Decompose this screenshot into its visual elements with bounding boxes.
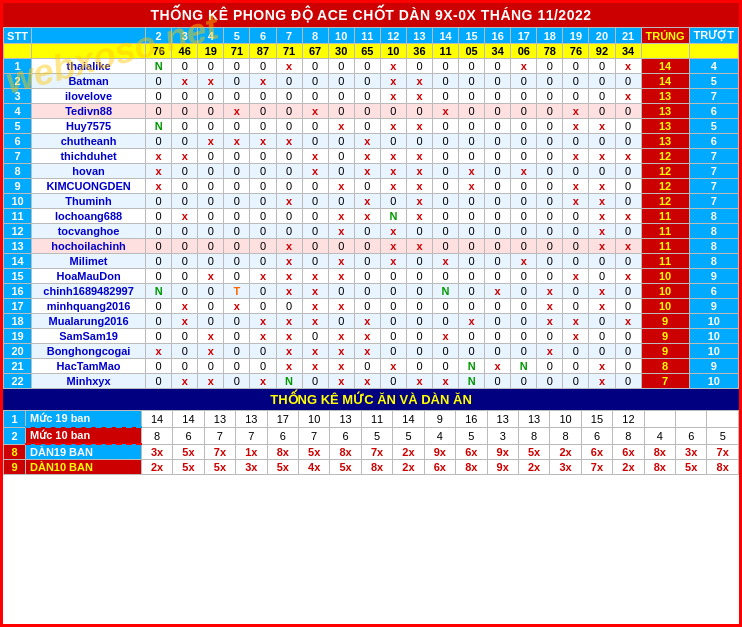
value-cell: 0 xyxy=(615,194,641,209)
stt-header: STT xyxy=(4,28,32,44)
sub-34: 34 xyxy=(485,44,511,59)
value-cell: 0 xyxy=(224,344,250,359)
value-cell: 0 xyxy=(432,74,458,89)
bottom-value-cell: 8 xyxy=(550,427,581,444)
stt-cell: 7 xyxy=(4,149,32,164)
truot-cell: 8 xyxy=(689,239,738,254)
value-cell: 0 xyxy=(172,119,198,134)
name-cell: Milimet xyxy=(32,254,146,269)
name-cell: Batman xyxy=(32,74,146,89)
value-cell: 0 xyxy=(224,329,250,344)
value-cell: 0 xyxy=(432,59,458,74)
value-cell: 0 xyxy=(432,359,458,374)
stt-cell: 4 xyxy=(4,104,32,119)
value-cell: 0 xyxy=(354,359,380,374)
value-cell: x xyxy=(354,194,380,209)
value-cell: x xyxy=(380,239,406,254)
bottom-value-cell: 11 xyxy=(361,411,392,428)
value-cell: 0 xyxy=(354,119,380,134)
value-cell: 0 xyxy=(146,254,172,269)
sub-empty1 xyxy=(641,44,689,59)
value-cell: 0 xyxy=(198,224,224,239)
value-cell: 0 xyxy=(146,194,172,209)
value-cell: 0 xyxy=(224,179,250,194)
col-18-header: 18 xyxy=(537,28,563,44)
name-cell: HoaMauDon xyxy=(32,269,146,284)
truot-cell: 9 xyxy=(689,269,738,284)
table-row: 22Minhxyx0xx0xN0xx0xxN0000x0710 xyxy=(4,374,739,389)
value-cell: 0 xyxy=(224,359,250,374)
trung-header: TRÚNG xyxy=(641,28,689,44)
value-cell: 0 xyxy=(302,329,328,344)
table-row: 9KIMCUONGDENx000000x0xx0x000xx0127 xyxy=(4,179,739,194)
value-cell: x xyxy=(589,374,615,389)
bottom-value-cell: 2x xyxy=(393,460,424,475)
bottom-stt-cell: 1 xyxy=(4,411,26,428)
value-cell: x xyxy=(589,194,615,209)
trung-cell: 11 xyxy=(641,254,689,269)
value-cell: 0 xyxy=(537,59,563,74)
name-cell: hochoilachinh xyxy=(32,239,146,254)
value-cell: x xyxy=(432,254,458,269)
value-cell: 0 xyxy=(459,269,485,284)
value-cell: 0 xyxy=(328,314,354,329)
value-cell: x xyxy=(276,134,302,149)
bottom-empty-cell xyxy=(676,411,707,428)
bottom-value-cell: 9x xyxy=(487,444,518,460)
value-cell: 0 xyxy=(615,299,641,314)
value-cell: 0 xyxy=(276,179,302,194)
value-cell: 0 xyxy=(537,74,563,89)
value-cell: x xyxy=(406,374,432,389)
value-cell: x xyxy=(328,209,354,224)
value-cell: 0 xyxy=(172,254,198,269)
value-cell: 0 xyxy=(589,104,615,119)
value-cell: x xyxy=(302,299,328,314)
value-cell: 0 xyxy=(511,179,537,194)
value-cell: 0 xyxy=(198,164,224,179)
bottom-value-cell: 6x xyxy=(456,444,487,460)
value-cell: 0 xyxy=(276,119,302,134)
truot-cell: 10 xyxy=(689,329,738,344)
stt-cell: 16 xyxy=(4,284,32,299)
table-row: 16chinh1689482997N00T0xx0000N0x0x0x0106 xyxy=(4,284,739,299)
value-cell: x xyxy=(589,209,615,224)
value-cell: x xyxy=(406,179,432,194)
truot-cell: 10 xyxy=(689,314,738,329)
value-cell: 0 xyxy=(172,359,198,374)
value-cell: 0 xyxy=(459,299,485,314)
column-header-row: STT 2 3 4 5 6 7 8 10 11 12 13 14 15 16 1… xyxy=(4,28,739,44)
value-cell: x xyxy=(224,104,250,119)
bottom-value-cell: 2x xyxy=(141,460,172,475)
truot-cell: 7 xyxy=(689,164,738,179)
truot-cell: 7 xyxy=(689,89,738,104)
bottom-value-cell: 14 xyxy=(141,411,172,428)
value-cell: 0 xyxy=(432,299,458,314)
bottom-value-cell: 5x xyxy=(676,460,707,475)
value-cell: 0 xyxy=(354,239,380,254)
value-cell: x xyxy=(250,374,276,389)
name-cell: SamSam19 xyxy=(32,329,146,344)
subheader-row: 76 46 19 71 87 71 67 30 65 10 36 11 05 3… xyxy=(4,44,739,59)
value-cell: 0 xyxy=(302,74,328,89)
value-cell: 0 xyxy=(406,299,432,314)
value-cell: 0 xyxy=(432,134,458,149)
value-cell: x xyxy=(276,59,302,74)
col-3-header: 3 xyxy=(172,28,198,44)
sub-87: 87 xyxy=(250,44,276,59)
col-4-header: 4 xyxy=(198,28,224,44)
sub-34b: 34 xyxy=(615,44,641,59)
value-cell: 0 xyxy=(615,104,641,119)
sub-71b: 71 xyxy=(276,44,302,59)
value-cell: 0 xyxy=(459,224,485,239)
bottom-value-cell: 5x xyxy=(518,444,549,460)
value-cell: 0 xyxy=(459,119,485,134)
value-cell: 0 xyxy=(354,89,380,104)
value-cell: x xyxy=(380,164,406,179)
name-cell: chinh1689482997 xyxy=(32,284,146,299)
value-cell: 0 xyxy=(380,329,406,344)
value-cell: x xyxy=(276,344,302,359)
value-cell: 0 xyxy=(276,224,302,239)
value-cell: 0 xyxy=(380,344,406,359)
bottom-value-cell: 2x xyxy=(518,460,549,475)
value-cell: 0 xyxy=(511,344,537,359)
